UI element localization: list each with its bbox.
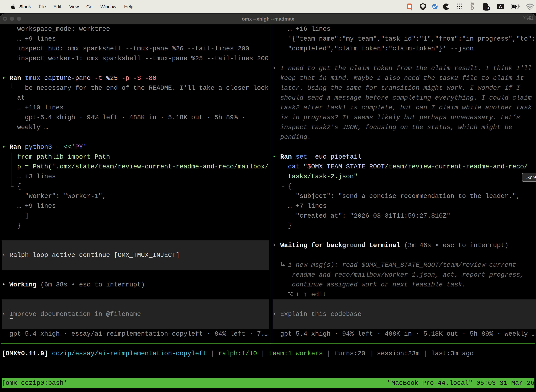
svg-text:A: A xyxy=(499,4,502,9)
svg-text:..61: ..61 xyxy=(484,6,490,10)
svg-text:1: 1 xyxy=(531,15,534,20)
